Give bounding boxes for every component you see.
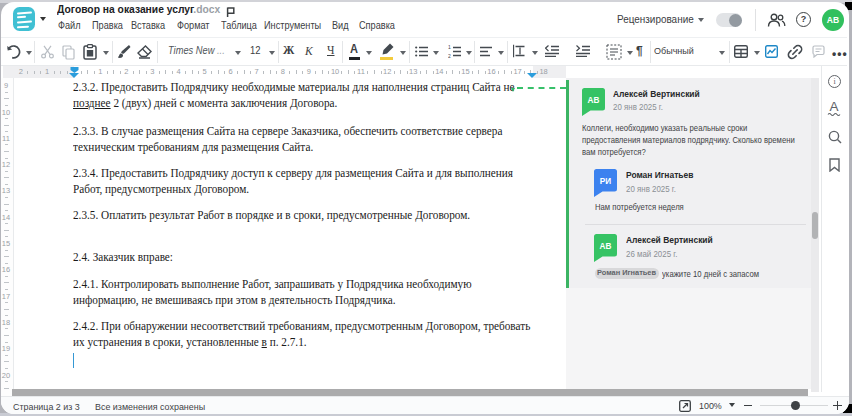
svg-text:1: 1	[448, 45, 451, 50]
svg-text:РИ: РИ	[600, 177, 611, 186]
svg-text:2: 2	[448, 53, 451, 59]
svg-text:АВ: АВ	[600, 242, 612, 251]
svg-text:А: А	[829, 100, 838, 114]
svg-text:АВ: АВ	[588, 96, 600, 105]
